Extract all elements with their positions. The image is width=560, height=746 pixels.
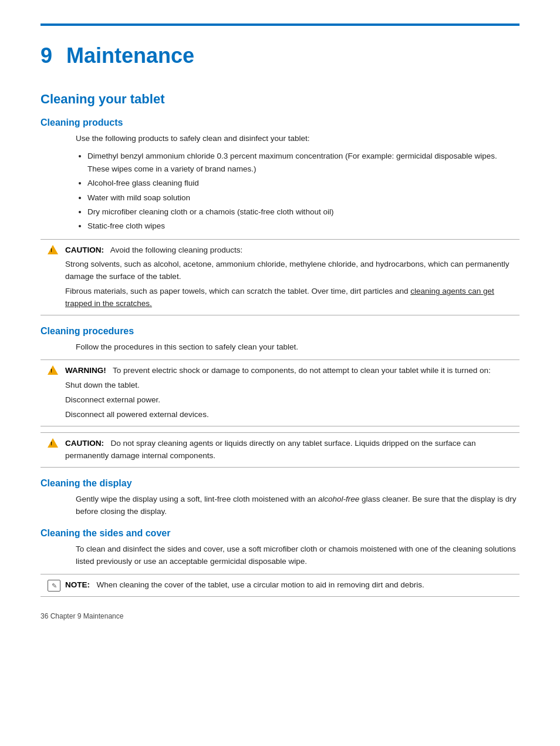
warning-text: To prevent electric shock or damage to c… — [109, 366, 491, 375]
cleaning-products-intro: Use the following products to safely cle… — [76, 133, 519, 145]
note-content: NOTE: When cleaning the cover of the tab… — [65, 579, 512, 592]
chapter-number: 9 — [41, 43, 52, 68]
list-item: Dimethyl benzyl ammonium chloride 0.3 pe… — [87, 150, 519, 176]
caution-box-products: ! CAUTION: Avoid the following cleaning … — [41, 239, 519, 316]
footer-text: 36 Chapter 9 Maintenance — [41, 612, 123, 620]
section-heading-cleaning-tablet: Cleaning your tablet — [41, 92, 519, 107]
caution-box-spray: ! CAUTION: Do not spray cleaning agents … — [41, 432, 519, 468]
caution-text: Avoid the following cleaning products: — [106, 246, 242, 254]
caution-para-2: Fibrous materials, such as paper towels,… — [65, 285, 512, 310]
note-text: When cleaning the cover of the tablet, u… — [92, 580, 424, 589]
list-item: Alcohol-free glass cleaning fluid — [87, 177, 519, 190]
top-border — [41, 23, 519, 26]
chapter-title: Maintenance — [66, 43, 194, 68]
caution-content: CAUTION: Avoid the following cleaning pr… — [65, 244, 512, 311]
cleaning-sides-text: To clean and disinfect the sides and cov… — [76, 543, 519, 568]
caution-label-2: CAUTION: — [65, 439, 104, 448]
cleaning-display-text: Gently wipe the display using a soft, li… — [76, 493, 519, 518]
warning-triangle-icon: ! — [48, 365, 58, 375]
subsection-heading-cleaning-products: Cleaning products — [41, 117, 519, 128]
subsection-heading-cleaning-display: Cleaning the display — [41, 478, 519, 489]
caution-para-1: Strong solvents, such as alcohol, aceton… — [65, 258, 512, 283]
caution-content-2: CAUTION: Do not spray cleaning agents or… — [65, 438, 512, 462]
caution-triangle-icon-2: ! — [48, 438, 58, 448]
caution-text-2: Do not spray cleaning agents or liquids … — [65, 439, 476, 460]
warning-content: WARNING! To prevent electric shock or da… — [65, 365, 512, 421]
footer: 36 Chapter 9 Maintenance — [41, 612, 123, 620]
warning-label: WARNING! — [65, 366, 106, 375]
cleaning-procedures-intro: Follow the procedures in this section to… — [76, 341, 519, 354]
chapter-heading: 9Maintenance — [41, 43, 519, 68]
subsection-heading-cleaning-sides: Cleaning the sides and cover — [41, 528, 519, 539]
list-item: Dry microfiber cleaning cloth or a chamo… — [87, 206, 519, 219]
note-label: NOTE: — [65, 580, 90, 589]
step-1: Shut down the tablet. — [65, 379, 512, 392]
warning-box: ! WARNING! To prevent electric shock or … — [41, 359, 519, 426]
subsection-heading-cleaning-procedures: Cleaning procedures — [41, 326, 519, 337]
page: 9Maintenance Cleaning your tablet Cleani… — [0, 0, 560, 638]
list-item: Static-free cloth wipes — [87, 220, 519, 233]
caution-triangle-icon: ! — [48, 245, 58, 254]
caution-label: CAUTION: — [65, 246, 104, 254]
note-icon — [48, 580, 60, 592]
cleaning-products-list: Dimethyl benzyl ammonium chloride 0.3 pe… — [87, 150, 519, 233]
step-2: Disconnect external power. — [65, 394, 512, 406]
step-3: Disconnect all powered external devices. — [65, 409, 512, 421]
note-box: NOTE: When cleaning the cover of the tab… — [41, 574, 519, 597]
list-item: Water with mild soap solution — [87, 191, 519, 204]
